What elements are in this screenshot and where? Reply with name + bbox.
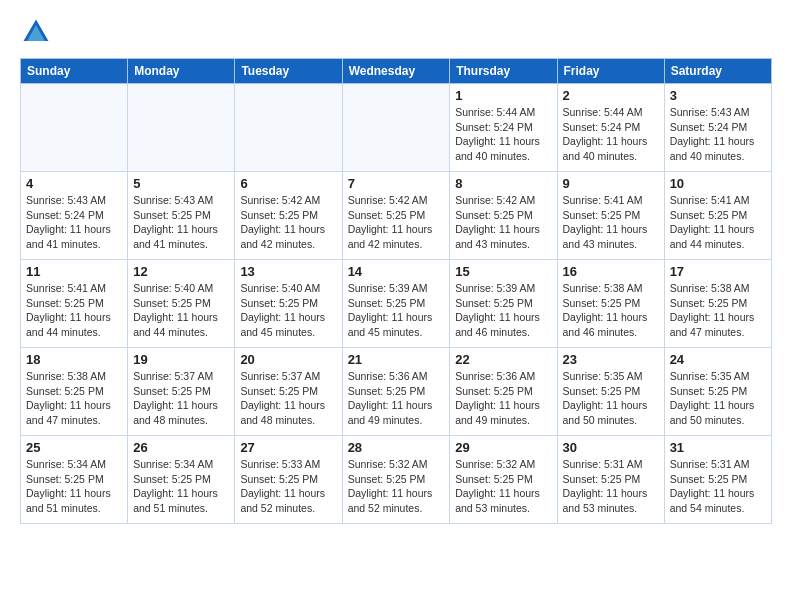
day-info: Sunrise: 5:39 AM Sunset: 5:25 PM Dayligh… <box>455 281 551 340</box>
day-number: 13 <box>240 264 336 279</box>
calendar-cell: 24Sunrise: 5:35 AM Sunset: 5:25 PM Dayli… <box>664 348 771 436</box>
weekday-header-wednesday: Wednesday <box>342 59 450 84</box>
day-info: Sunrise: 5:37 AM Sunset: 5:25 PM Dayligh… <box>133 369 229 428</box>
calendar-cell: 21Sunrise: 5:36 AM Sunset: 5:25 PM Dayli… <box>342 348 450 436</box>
day-number: 12 <box>133 264 229 279</box>
day-number: 19 <box>133 352 229 367</box>
calendar-cell <box>342 84 450 172</box>
day-number: 23 <box>563 352 659 367</box>
day-info: Sunrise: 5:34 AM Sunset: 5:25 PM Dayligh… <box>26 457 122 516</box>
day-info: Sunrise: 5:38 AM Sunset: 5:25 PM Dayligh… <box>670 281 766 340</box>
day-number: 4 <box>26 176 122 191</box>
day-info: Sunrise: 5:38 AM Sunset: 5:25 PM Dayligh… <box>563 281 659 340</box>
calendar-cell: 11Sunrise: 5:41 AM Sunset: 5:25 PM Dayli… <box>21 260 128 348</box>
calendar-cell: 28Sunrise: 5:32 AM Sunset: 5:25 PM Dayli… <box>342 436 450 524</box>
calendar-cell: 17Sunrise: 5:38 AM Sunset: 5:25 PM Dayli… <box>664 260 771 348</box>
day-number: 8 <box>455 176 551 191</box>
week-row-4: 18Sunrise: 5:38 AM Sunset: 5:25 PM Dayli… <box>21 348 772 436</box>
calendar-cell <box>235 84 342 172</box>
calendar: SundayMondayTuesdayWednesdayThursdayFrid… <box>20 58 772 524</box>
day-info: Sunrise: 5:42 AM Sunset: 5:25 PM Dayligh… <box>348 193 445 252</box>
day-number: 28 <box>348 440 445 455</box>
week-row-2: 4Sunrise: 5:43 AM Sunset: 5:24 PM Daylig… <box>21 172 772 260</box>
calendar-cell: 7Sunrise: 5:42 AM Sunset: 5:25 PM Daylig… <box>342 172 450 260</box>
week-row-3: 11Sunrise: 5:41 AM Sunset: 5:25 PM Dayli… <box>21 260 772 348</box>
day-number: 22 <box>455 352 551 367</box>
calendar-cell: 29Sunrise: 5:32 AM Sunset: 5:25 PM Dayli… <box>450 436 557 524</box>
calendar-cell: 31Sunrise: 5:31 AM Sunset: 5:25 PM Dayli… <box>664 436 771 524</box>
day-info: Sunrise: 5:32 AM Sunset: 5:25 PM Dayligh… <box>348 457 445 516</box>
day-number: 20 <box>240 352 336 367</box>
day-info: Sunrise: 5:41 AM Sunset: 5:25 PM Dayligh… <box>670 193 766 252</box>
day-info: Sunrise: 5:42 AM Sunset: 5:25 PM Dayligh… <box>240 193 336 252</box>
calendar-cell: 20Sunrise: 5:37 AM Sunset: 5:25 PM Dayli… <box>235 348 342 436</box>
calendar-cell <box>21 84 128 172</box>
calendar-cell: 19Sunrise: 5:37 AM Sunset: 5:25 PM Dayli… <box>128 348 235 436</box>
calendar-cell: 30Sunrise: 5:31 AM Sunset: 5:25 PM Dayli… <box>557 436 664 524</box>
calendar-cell: 27Sunrise: 5:33 AM Sunset: 5:25 PM Dayli… <box>235 436 342 524</box>
day-info: Sunrise: 5:37 AM Sunset: 5:25 PM Dayligh… <box>240 369 336 428</box>
day-info: Sunrise: 5:43 AM Sunset: 5:24 PM Dayligh… <box>26 193 122 252</box>
day-info: Sunrise: 5:32 AM Sunset: 5:25 PM Dayligh… <box>455 457 551 516</box>
calendar-cell: 4Sunrise: 5:43 AM Sunset: 5:24 PM Daylig… <box>21 172 128 260</box>
day-info: Sunrise: 5:34 AM Sunset: 5:25 PM Dayligh… <box>133 457 229 516</box>
day-number: 15 <box>455 264 551 279</box>
day-number: 27 <box>240 440 336 455</box>
calendar-cell: 6Sunrise: 5:42 AM Sunset: 5:25 PM Daylig… <box>235 172 342 260</box>
calendar-cell: 5Sunrise: 5:43 AM Sunset: 5:25 PM Daylig… <box>128 172 235 260</box>
day-number: 16 <box>563 264 659 279</box>
logo-icon <box>20 16 52 48</box>
day-info: Sunrise: 5:31 AM Sunset: 5:25 PM Dayligh… <box>563 457 659 516</box>
day-number: 25 <box>26 440 122 455</box>
calendar-cell: 16Sunrise: 5:38 AM Sunset: 5:25 PM Dayli… <box>557 260 664 348</box>
day-number: 21 <box>348 352 445 367</box>
weekday-header-sunday: Sunday <box>21 59 128 84</box>
day-info: Sunrise: 5:44 AM Sunset: 5:24 PM Dayligh… <box>563 105 659 164</box>
page: SundayMondayTuesdayWednesdayThursdayFrid… <box>0 0 792 612</box>
weekday-header-monday: Monday <box>128 59 235 84</box>
day-info: Sunrise: 5:43 AM Sunset: 5:24 PM Dayligh… <box>670 105 766 164</box>
calendar-cell: 14Sunrise: 5:39 AM Sunset: 5:25 PM Dayli… <box>342 260 450 348</box>
weekday-header-tuesday: Tuesday <box>235 59 342 84</box>
calendar-cell: 2Sunrise: 5:44 AM Sunset: 5:24 PM Daylig… <box>557 84 664 172</box>
day-number: 30 <box>563 440 659 455</box>
day-number: 29 <box>455 440 551 455</box>
day-number: 3 <box>670 88 766 103</box>
day-info: Sunrise: 5:36 AM Sunset: 5:25 PM Dayligh… <box>348 369 445 428</box>
calendar-cell: 22Sunrise: 5:36 AM Sunset: 5:25 PM Dayli… <box>450 348 557 436</box>
calendar-cell: 10Sunrise: 5:41 AM Sunset: 5:25 PM Dayli… <box>664 172 771 260</box>
week-row-5: 25Sunrise: 5:34 AM Sunset: 5:25 PM Dayli… <box>21 436 772 524</box>
day-info: Sunrise: 5:41 AM Sunset: 5:25 PM Dayligh… <box>563 193 659 252</box>
calendar-cell: 23Sunrise: 5:35 AM Sunset: 5:25 PM Dayli… <box>557 348 664 436</box>
calendar-cell: 18Sunrise: 5:38 AM Sunset: 5:25 PM Dayli… <box>21 348 128 436</box>
calendar-cell: 1Sunrise: 5:44 AM Sunset: 5:24 PM Daylig… <box>450 84 557 172</box>
calendar-cell: 25Sunrise: 5:34 AM Sunset: 5:25 PM Dayli… <box>21 436 128 524</box>
day-number: 17 <box>670 264 766 279</box>
day-info: Sunrise: 5:35 AM Sunset: 5:25 PM Dayligh… <box>670 369 766 428</box>
calendar-body: 1Sunrise: 5:44 AM Sunset: 5:24 PM Daylig… <box>21 84 772 524</box>
day-number: 31 <box>670 440 766 455</box>
calendar-cell: 9Sunrise: 5:41 AM Sunset: 5:25 PM Daylig… <box>557 172 664 260</box>
weekday-header-row: SundayMondayTuesdayWednesdayThursdayFrid… <box>21 59 772 84</box>
calendar-cell <box>128 84 235 172</box>
day-number: 2 <box>563 88 659 103</box>
day-number: 11 <box>26 264 122 279</box>
header <box>20 16 772 48</box>
logo <box>20 16 58 48</box>
calendar-cell: 13Sunrise: 5:40 AM Sunset: 5:25 PM Dayli… <box>235 260 342 348</box>
calendar-cell: 3Sunrise: 5:43 AM Sunset: 5:24 PM Daylig… <box>664 84 771 172</box>
day-info: Sunrise: 5:31 AM Sunset: 5:25 PM Dayligh… <box>670 457 766 516</box>
day-number: 7 <box>348 176 445 191</box>
day-info: Sunrise: 5:40 AM Sunset: 5:25 PM Dayligh… <box>133 281 229 340</box>
day-info: Sunrise: 5:33 AM Sunset: 5:25 PM Dayligh… <box>240 457 336 516</box>
day-info: Sunrise: 5:40 AM Sunset: 5:25 PM Dayligh… <box>240 281 336 340</box>
calendar-cell: 8Sunrise: 5:42 AM Sunset: 5:25 PM Daylig… <box>450 172 557 260</box>
calendar-cell: 15Sunrise: 5:39 AM Sunset: 5:25 PM Dayli… <box>450 260 557 348</box>
day-number: 9 <box>563 176 659 191</box>
weekday-header-friday: Friday <box>557 59 664 84</box>
day-info: Sunrise: 5:42 AM Sunset: 5:25 PM Dayligh… <box>455 193 551 252</box>
day-info: Sunrise: 5:35 AM Sunset: 5:25 PM Dayligh… <box>563 369 659 428</box>
week-row-1: 1Sunrise: 5:44 AM Sunset: 5:24 PM Daylig… <box>21 84 772 172</box>
calendar-cell: 12Sunrise: 5:40 AM Sunset: 5:25 PM Dayli… <box>128 260 235 348</box>
calendar-header: SundayMondayTuesdayWednesdayThursdayFrid… <box>21 59 772 84</box>
